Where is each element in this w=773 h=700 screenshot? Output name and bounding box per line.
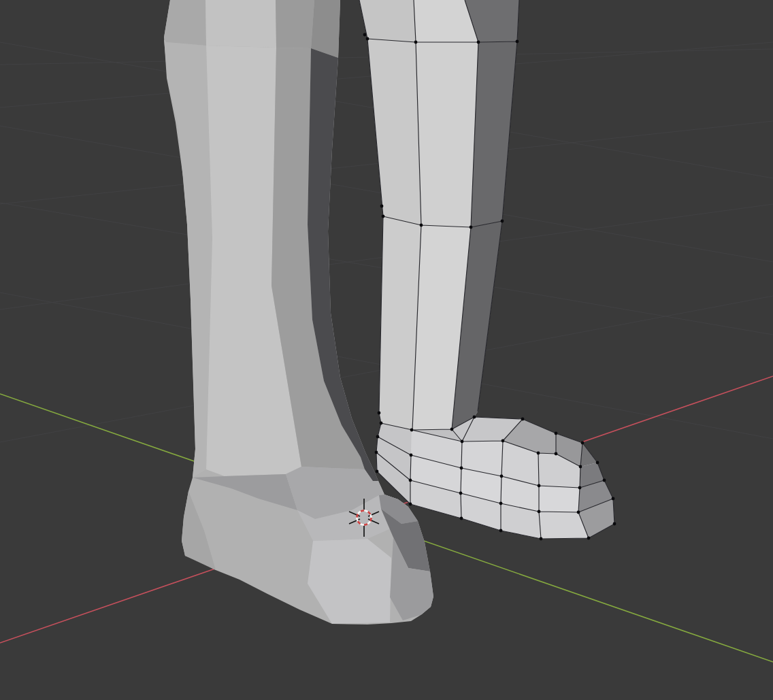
mesh-vertex-dot[interactable] [376,435,380,439]
mesh-vertex-dot[interactable] [409,503,412,506]
mesh-vertex-dot[interactable] [460,517,463,520]
mesh-vertex-dot[interactable] [363,33,367,37]
mesh-vertex-dot[interactable] [375,451,378,454]
mesh-vertex-dot[interactable] [578,486,582,490]
left-leg-facet [311,0,340,58]
mesh-vertex-dot[interactable] [577,511,580,514]
mesh-vertex-dot[interactable] [450,428,454,431]
mesh-vertex-dot[interactable] [579,465,582,469]
mesh-vertex-dot[interactable] [459,492,463,495]
mesh-vertex-dot[interactable] [537,452,540,455]
mesh-vertex-dot[interactable] [613,522,616,526]
mesh-vertex-dot[interactable] [581,441,585,445]
mesh-vertex-dot[interactable] [555,432,558,435]
edit-leg-facet [416,42,478,227]
mesh-vertex-dot[interactable] [409,479,412,482]
mesh-vertex-dot[interactable] [414,41,418,44]
mesh-vertex-dot[interactable] [410,429,414,432]
mesh-vertex-dot[interactable] [500,475,504,478]
mesh-vertex-dot[interactable] [538,484,541,488]
mesh-vertex-dot[interactable] [516,40,519,44]
mesh-vertex-dot[interactable] [420,224,423,227]
mesh-vertex-dot[interactable] [473,416,476,419]
mesh-vertex-dot[interactable] [612,497,615,501]
mesh-vertex-dot[interactable] [538,510,541,514]
mesh-vertex-dot[interactable] [499,529,503,533]
mesh-vertex-dot[interactable] [501,220,504,223]
mesh-vertex-dot[interactable] [366,37,369,41]
mesh-vertex-dot[interactable] [499,502,503,505]
left-leg-facet [164,0,206,46]
mesh-vertex-dot[interactable] [378,412,381,415]
viewport-canvas[interactable] [0,0,773,700]
edit-foot-facet [539,486,580,512]
mesh-vertex-dot[interactable] [587,537,591,540]
mesh-vertex-dot[interactable] [555,452,558,456]
3d-viewport[interactable] [0,0,773,700]
left-leg-facet [276,0,314,48]
mesh-vertex-dot[interactable] [521,418,525,421]
mesh-vertex-dot[interactable] [376,470,379,473]
mesh-vertex-dot[interactable] [410,454,413,457]
mesh-vertex-dot[interactable] [461,440,464,444]
mesh-vertex-dot[interactable] [540,537,543,541]
mesh-vertex-dot[interactable] [470,226,473,229]
mesh-vertex-dot[interactable] [460,467,463,470]
mesh-vertex-dot[interactable] [603,479,606,482]
mesh-vertex-dot[interactable] [596,461,599,465]
left-leg-facet [205,0,276,48]
mesh-vertex-dot[interactable] [501,439,505,443]
mesh-vertex-dot[interactable] [380,422,383,425]
mesh-vertex-dot[interactable] [382,215,385,218]
edit-leg-facet [359,0,416,42]
mesh-vertex-dot[interactable] [477,41,480,44]
mesh-vertex-dot[interactable] [380,205,384,208]
